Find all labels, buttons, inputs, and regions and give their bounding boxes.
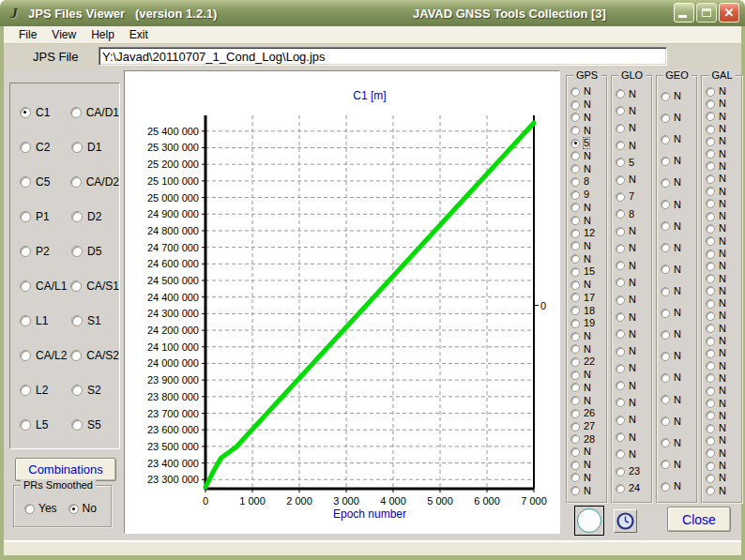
geo-sat-19-option[interactable]: N — [661, 476, 696, 497]
gal-sat-4-radio[interactable] — [706, 125, 715, 134]
gal-sat-12-option[interactable]: N — [706, 222, 741, 235]
geo-sat-9-radio[interactable] — [661, 265, 670, 274]
signal-d2-radio[interactable] — [71, 211, 83, 222]
prs-smoothed-no-option[interactable]: No — [68, 502, 97, 515]
gal-sat-28-option[interactable]: N — [706, 422, 741, 434]
gal-sat-3-radio[interactable] — [706, 112, 715, 121]
signal-ca-d2-radio[interactable] — [70, 176, 82, 188]
signal-option-ca-d1[interactable]: CA/D1 — [70, 106, 119, 119]
signal-p1-radio[interactable] — [20, 211, 31, 222]
gps-sat-20-radio[interactable] — [570, 332, 580, 341]
glo-sat-6-option[interactable]: N — [616, 171, 651, 188]
gps-sat-3-radio[interactable] — [570, 113, 580, 122]
glo-sat-18-option[interactable]: N — [616, 377, 651, 394]
gal-sat-6-option[interactable]: N — [706, 147, 741, 159]
gal-sat-29-option[interactable]: N — [706, 434, 741, 446]
gps-sat-25-option[interactable]: N — [570, 394, 606, 407]
gps-sat-24-option[interactable]: N — [570, 382, 606, 395]
gps-sat-30-radio[interactable] — [570, 461, 580, 470]
gps-sat-9-option[interactable]: 9 — [570, 189, 606, 202]
geo-sat-17-radio[interactable] — [661, 438, 670, 447]
glo-sat-19-option[interactable]: N — [616, 394, 651, 411]
glo-sat-16-radio[interactable] — [616, 347, 625, 356]
signal-option-c2[interactable]: C2 — [20, 141, 71, 154]
gps-sat-3-option[interactable]: N — [570, 111, 606, 124]
signal-s1-radio[interactable] — [71, 315, 83, 326]
signal-option-p1[interactable]: P1 — [20, 210, 71, 223]
glo-sat-2-radio[interactable] — [616, 106, 625, 115]
glo-sat-14-option[interactable]: N — [616, 309, 651, 325]
gal-sat-18-radio[interactable] — [706, 299, 715, 309]
geo-sat-16-radio[interactable] — [661, 416, 670, 426]
gps-sat-1-radio[interactable] — [570, 87, 580, 97]
signal-ca-d1-radio[interactable] — [70, 107, 82, 118]
gal-sat-5-option[interactable]: N — [706, 135, 741, 147]
gal-sat-3-option[interactable]: N — [706, 111, 741, 123]
signal-c5-radio[interactable] — [20, 176, 31, 188]
glo-sat-1-option[interactable]: N — [616, 85, 651, 102]
glo-sat-3-radio[interactable] — [616, 124, 625, 133]
gps-sat-23-option[interactable]: N — [570, 369, 606, 382]
clock-button[interactable] — [614, 509, 637, 533]
geo-sat-4-option[interactable]: N — [661, 150, 696, 172]
signal-ca-s1-radio[interactable] — [70, 280, 82, 292]
geo-sat-10-radio[interactable] — [661, 287, 670, 296]
prs-yes-radio[interactable] — [24, 504, 35, 514]
glo-sat-9-radio[interactable] — [616, 227, 625, 236]
signal-option-ca-d2[interactable]: CA/D2 — [70, 175, 119, 189]
gps-sat-15-option[interactable]: 15 — [570, 265, 606, 279]
gal-sat-30-option[interactable]: N — [706, 447, 741, 460]
gps-sat-9-radio[interactable] — [570, 190, 580, 200]
gps-sat-29-radio[interactable] — [570, 447, 580, 457]
signal-option-d1[interactable]: D1 — [71, 141, 101, 154]
signal-ca-s2-radio[interactable] — [70, 350, 82, 361]
combinations-button[interactable]: Combinations — [15, 458, 116, 481]
signal-l2-radio[interactable] — [20, 385, 31, 396]
geo-sat-7-radio[interactable] — [661, 221, 670, 231]
signal-option-ca-l2[interactable]: CA/L2 — [20, 349, 70, 362]
glo-sat-17-option[interactable]: N — [616, 360, 651, 377]
geo-sat-17-option[interactable]: N — [661, 432, 696, 454]
gal-sat-19-radio[interactable] — [706, 311, 715, 321]
gps-sat-28-option[interactable]: 28 — [570, 432, 606, 446]
glo-sat-13-radio[interactable] — [616, 295, 625, 305]
gps-sat-21-option[interactable]: N — [570, 342, 606, 356]
signal-option-ca-s2[interactable]: CA/S2 — [70, 349, 119, 362]
gps-sat-16-radio[interactable] — [570, 280, 580, 290]
glo-sat-7-radio[interactable] — [616, 192, 625, 202]
gal-sat-17-radio[interactable] — [706, 286, 715, 295]
signal-option-ca-l1[interactable]: CA/L1 — [20, 280, 70, 293]
gal-sat-6-radio[interactable] — [706, 149, 715, 159]
gal-sat-8-option[interactable]: N — [706, 173, 741, 185]
geo-sat-7-option[interactable]: N — [661, 216, 696, 237]
gps-sat-18-radio[interactable] — [570, 306, 580, 315]
gal-sat-7-radio[interactable] — [706, 161, 715, 171]
geo-sat-6-radio[interactable] — [661, 200, 670, 209]
gal-sat-11-option[interactable]: N — [706, 210, 741, 222]
signal-ca-l2-radio[interactable] — [20, 350, 31, 361]
gps-sat-13-radio[interactable] — [570, 241, 580, 250]
glo-sat-13-option[interactable]: N — [616, 292, 651, 309]
geo-sat-3-option[interactable]: N — [661, 129, 696, 150]
signal-c1-radio[interactable] — [20, 107, 31, 118]
geo-sat-5-radio[interactable] — [661, 178, 670, 188]
menu-item-file[interactable]: File — [11, 27, 44, 43]
geo-sat-14-radio[interactable] — [661, 373, 670, 383]
signal-c2-radio[interactable] — [20, 142, 31, 153]
signal-l1-radio[interactable] — [20, 315, 31, 326]
maximize-button[interactable] — [696, 3, 717, 23]
geo-sat-8-option[interactable]: N — [661, 237, 696, 259]
geo-sat-4-radio[interactable] — [661, 157, 670, 166]
gal-sat-33-option[interactable]: N — [706, 485, 741, 497]
gps-sat-13-option[interactable]: N — [570, 240, 606, 253]
glo-sat-4-radio[interactable] — [616, 141, 625, 150]
gal-sat-23-option[interactable]: N — [706, 360, 741, 372]
glo-sat-11-option[interactable]: N — [616, 257, 651, 274]
gal-sat-29-radio[interactable] — [706, 436, 715, 446]
signal-s5-radio[interactable] — [71, 419, 83, 431]
glo-sat-7-option[interactable]: 7 — [616, 189, 651, 205]
glo-sat-4-option[interactable]: N — [616, 137, 651, 154]
gal-sat-2-option[interactable]: N — [706, 98, 741, 110]
glo-sat-9-option[interactable]: N — [616, 222, 651, 239]
gal-sat-21-radio[interactable] — [706, 337, 715, 346]
